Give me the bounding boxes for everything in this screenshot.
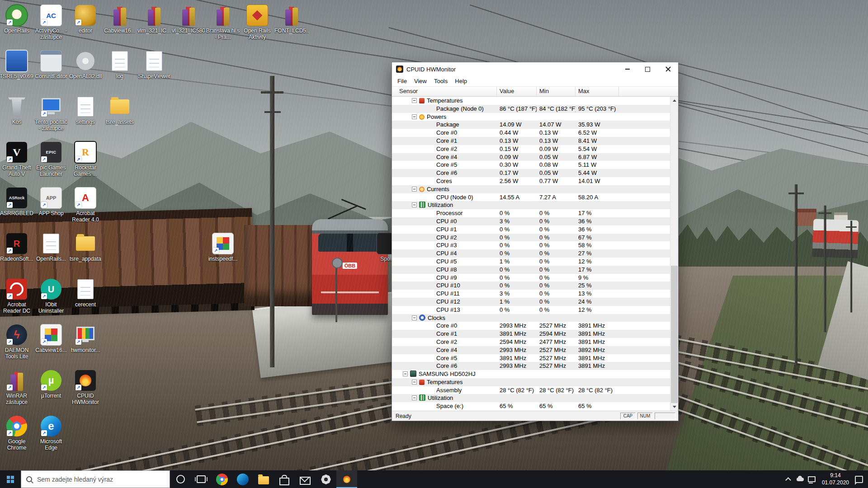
desktop-icon[interactable]: µ ↗ µTorrent (34, 370, 68, 399)
store-taskbar-button[interactable] (274, 470, 295, 488)
sensor-row[interactable]: Utilization (392, 394, 670, 402)
sensor-row[interactable]: Core #1 3891 MHz 2594 MHz 3891 MHz (392, 330, 670, 338)
sensor-row[interactable]: Core #2 2594 MHz 2477 MHz 3891 MHz (392, 338, 670, 346)
column-sensor[interactable]: Sensor (392, 87, 497, 96)
desktop-icon[interactable]: log (103, 50, 137, 80)
edge-taskbar-button[interactable] (232, 470, 253, 488)
menu-view[interactable]: View (410, 77, 430, 85)
desktop-icon[interactable]: ↗ Acrobat Reader DC (0, 278, 34, 314)
close-button[interactable] (658, 62, 678, 76)
desktop-icon[interactable]: Koš (0, 96, 34, 125)
settings-taskbar-button[interactable] (316, 470, 336, 488)
tray-overflow-button[interactable] (783, 470, 794, 488)
desktop-icon[interactable]: tsre_assets (103, 96, 137, 125)
chrome-taskbar-button[interactable] (212, 470, 232, 488)
sensor-row[interactable]: Space (e:) 65 % 65 % 65 % (392, 402, 670, 410)
desktop-icon[interactable]: ↗ OpenRails (0, 5, 34, 34)
desktop-icon[interactable]: R ↗ RadeonSoft... (0, 233, 34, 262)
sensor-row[interactable]: Currents (392, 185, 670, 193)
desktop-icon[interactable]: ↗ WinRAR zástupce (0, 370, 34, 406)
sensor-row[interactable]: CPU #2 0 % 0 % 67 % (392, 234, 670, 242)
search-input[interactable] (36, 475, 165, 483)
sensor-row[interactable]: CPU #11 3 % 0 % 13 % (392, 290, 670, 298)
titlebar[interactable]: CPUID HWMonitor (392, 62, 678, 76)
scrollbar[interactable] (670, 97, 678, 411)
desktop-icon[interactable]: e ↗ Microsoft Edge (34, 415, 68, 451)
sensor-row[interactable]: CPU #0 3 % 0 % 36 % (392, 217, 670, 225)
sensor-row[interactable]: CPU #1 0 % 0 % 36 % (392, 225, 670, 234)
desktop-icon[interactable]: cerecent (68, 278, 103, 308)
sensor-row[interactable]: Core #6 0.17 W 0.05 W 5.44 W (392, 169, 670, 177)
maximize-button[interactable] (637, 62, 658, 76)
tree-expander-icon[interactable] (412, 187, 417, 192)
sensor-row[interactable]: Assembly 28 °C (82 °F) 28 °C (82 °F) 28 … (392, 386, 670, 394)
sensor-row[interactable]: Core #6 2993 MHz 2527 MHz 3891 MHz (392, 362, 670, 370)
menu-file[interactable]: File (394, 77, 410, 85)
onedrive-tray-button[interactable] (794, 470, 806, 488)
desktop-icon[interactable]: V ↗ Grand Theft Auto V (0, 141, 34, 178)
sensor-row[interactable]: Core #4 0.09 W 0.05 W 6.87 W (392, 153, 670, 161)
sensor-row[interactable]: Core #1 0.13 W 0.13 W 8.41 W (392, 137, 670, 145)
action-center-button[interactable] (853, 470, 865, 488)
minimize-button[interactable] (617, 62, 637, 76)
tree-expander-icon[interactable] (412, 395, 417, 400)
desktop-icon[interactable]: FONT_LCD5... (274, 5, 309, 34)
sensor-row[interactable]: Temperatures (392, 97, 670, 105)
sensor-row[interactable]: Core #0 0.44 W 0.13 W 6.52 W (392, 129, 670, 137)
desktop-icon[interactable]: EPIC ↗ Epic Games Launcher (34, 141, 68, 178)
menu-help[interactable]: Help (451, 77, 471, 85)
sensor-row[interactable]: Processor 0 % 0 % 17 % (392, 209, 670, 217)
mail-taskbar-button[interactable] (295, 470, 316, 488)
menu-tools[interactable]: Tools (430, 77, 451, 85)
desktop-icon[interactable]: settings (68, 96, 103, 125)
sensor-row[interactable]: CPU (Node 0) 14.55 A 7.27 A 58.20 A (392, 193, 670, 202)
scroll-thumb[interactable] (671, 266, 678, 403)
desktop-icon[interactable]: ↗ Google Chrome (0, 415, 34, 451)
tree-expander-icon[interactable] (412, 114, 417, 119)
sensor-row[interactable]: CPU #12 1 % 0 % 24 % (392, 298, 670, 306)
scroll-up-button[interactable] (670, 97, 678, 104)
column-max[interactable]: Max (576, 87, 619, 96)
desktop-icon[interactable]: ASRock ↗ ASRRGBLED (0, 187, 34, 216)
scrollbar-track[interactable] (670, 104, 678, 403)
desktop-icon[interactable]: ↗ Tento počítač - zástupce (34, 96, 68, 132)
desktop-icon[interactable]: ↗ hwmonitor... (68, 324, 103, 353)
desktop-icon[interactable]: ϟ ↗ DAEMON Tools Lite (0, 324, 34, 360)
desktop-icon[interactable]: TSRE5_v0.69... (0, 50, 34, 80)
tree-expander-icon[interactable] (412, 98, 417, 103)
sensor-row[interactable]: CPU #5 1 % 0 % 12 % (392, 258, 670, 266)
desktop-icon[interactable]: APP ↗ APP Shop (34, 187, 68, 216)
sensor-row[interactable]: Core #5 3891 MHz 2527 MHz 3891 MHz (392, 354, 670, 362)
sensor-row[interactable]: Utilization (392, 201, 670, 209)
cortana-button[interactable] (170, 470, 191, 488)
sensor-row[interactable]: Package 14.09 W 14.07 W 35.93 W (392, 121, 670, 129)
sensor-row[interactable]: Package (Node 0) 86 °C (187 °F) 84 °C (1… (392, 105, 670, 113)
sensor-row[interactable]: Clocks (392, 314, 670, 322)
desktop-icon[interactable]: ↗ editor (68, 5, 103, 34)
sensor-row[interactable]: Core #2 0.15 W 0.09 W 5.54 W (392, 145, 670, 153)
desktop-icon[interactable]: ↗ instspeedf... (206, 233, 240, 262)
sensor-row[interactable]: CPU #8 0 % 0 % 17 % (392, 266, 670, 274)
tree-expander-icon[interactable] (412, 380, 417, 385)
desktop-icon[interactable]: A ↗ Acrobat Reader 4.0 (68, 187, 103, 223)
taskbar-clock[interactable]: 9:14 01.07.2020 (818, 472, 853, 486)
column-min[interactable]: Min (537, 87, 576, 96)
network-tray-button[interactable] (806, 470, 818, 488)
sensor-row[interactable]: Core #0 2993 MHz 2527 MHz 3891 MHz (392, 322, 670, 330)
tree-expander-icon[interactable] (412, 202, 417, 207)
sensor-row[interactable]: CPU #4 0 % 0 % 27 % (392, 249, 670, 258)
desktop-icon[interactable]: OpenAL32.dll (68, 50, 103, 80)
desktop-icon[interactable]: vlm_321_IC... (137, 5, 171, 34)
sensor-row[interactable]: Core #4 2993 MHz 2527 MHz 3892 MHz (392, 346, 670, 354)
desktop-icon[interactable]: vl_321_IC580 (171, 5, 206, 34)
tree-expander-icon[interactable] (403, 371, 408, 376)
sensor-row[interactable]: CPU #10 0 % 0 % 25 % (392, 282, 670, 290)
start-button[interactable] (0, 470, 21, 488)
sensor-row[interactable]: Core #5 0.30 W 0.08 W 5.11 W (392, 161, 670, 169)
column-value[interactable]: Value (497, 87, 537, 96)
sensor-row[interactable]: SAMSUNG HD502HJ (392, 370, 670, 378)
tree-expander-icon[interactable] (412, 315, 417, 320)
desktop-icon[interactable]: AC ↗ ActivityCo... - zástupce (34, 5, 68, 41)
desktop-icon[interactable]: ShapeViewer (137, 50, 171, 80)
desktop-icon[interactable]: Bratislava hl.s - Pra... (206, 5, 240, 41)
